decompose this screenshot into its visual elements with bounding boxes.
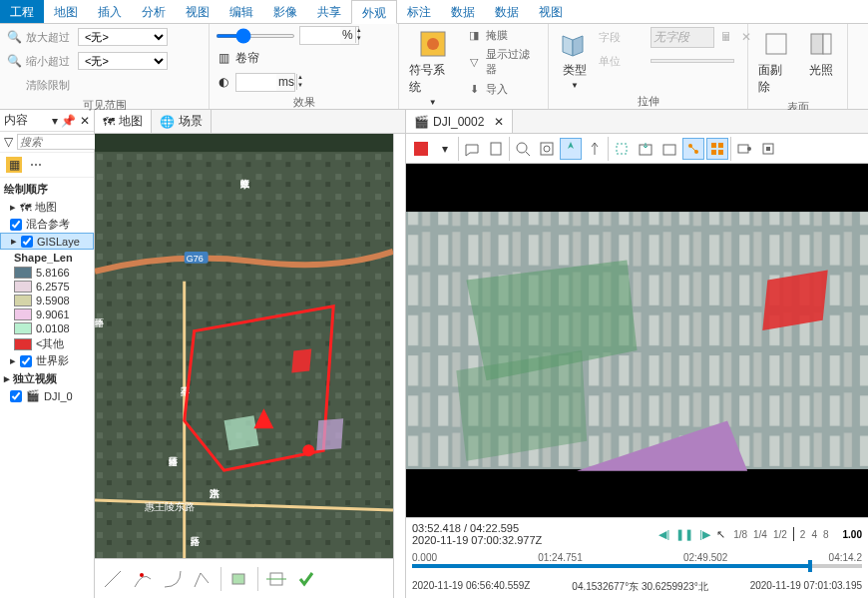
svg-rect-35 [541,143,553,155]
display-filter-button[interactable]: ▽显示过滤器 [464,46,542,78]
svg-marker-23 [224,415,259,450]
transparency-value[interactable]: 32.0 [300,27,340,44]
swipe-icon[interactable]: ▥ [216,50,231,66]
tab-project[interactable]: 工程 [0,0,44,23]
transparency-spin[interactable]: 32.0 % ▲▼ [299,26,359,45]
tab-data2[interactable]: 数据 [485,0,529,23]
map-icon: 🗺 [20,202,31,214]
grid-icon[interactable] [706,138,728,160]
field-label: 字段 [599,30,647,45]
edit-toolbar [95,558,393,598]
arc-tool[interactable] [131,567,155,591]
import-button[interactable]: ⬇导入 [464,80,542,98]
pin-icon[interactable]: ▾ 📌 [52,114,76,128]
color-picker[interactable] [410,138,432,160]
tab-data[interactable]: 数据 [441,0,485,23]
speed-selector[interactable]: 1/81/41/2 248 1.00 [733,527,862,541]
finish-tool[interactable] [294,567,318,591]
contents-pane: 内容 ▾ 📌 ✕ ▽ ▦ ⋯ 绘制顺序 ▸ 🗺 地图 混合参考 ▸ GISLay… [0,110,95,598]
scene-tab[interactable]: 🌐场景 [152,110,212,133]
face-cull-button[interactable]: 面剔除 [754,26,797,98]
rect-tool[interactable] [227,567,251,591]
tab-analysis[interactable]: 分析 [132,0,176,23]
mask-button[interactable]: ◨掩膜 [464,26,542,44]
svg-rect-47 [738,145,748,153]
tab-label[interactable]: 标注 [397,0,441,23]
spin-down[interactable]: ▼ [355,35,362,43]
calc-icon: 🖩 [718,29,734,45]
zoom-in-select[interactable]: <无> [78,28,168,46]
extrusion-type-button[interactable]: 类型 ▼ [555,26,595,92]
ref-layer[interactable]: 混合参考 [0,216,94,233]
trace-tool[interactable] [191,567,215,591]
bookmark-icon[interactable] [485,138,507,160]
field-select: 无字段 [651,27,714,48]
timeline[interactable]: 0.000 01:24.751 02:49.502 04:14.2 [412,550,862,578]
field-label: Shape_Len [14,250,94,266]
tab-imagery[interactable]: 影像 [263,0,307,23]
more-icon[interactable]: ⋯ [28,157,44,173]
map-view[interactable]: G76 惠王陵东路 东洪路 二不路 二环路辅道 二环路路 中环路 东虹晓东虹路 [95,134,394,598]
svg-text:G76: G76 [187,254,204,264]
settings-icon[interactable] [757,138,779,160]
dropdown-icon[interactable]: ▾ [434,138,456,160]
tab-edit[interactable]: 编辑 [219,0,263,23]
step-fwd-icon[interactable]: |▶ [699,528,710,541]
nav-icon[interactable] [560,138,582,160]
video-tab[interactable]: 🎬DJI_0002✕ [406,110,513,133]
flicker-icon[interactable]: ◐ [216,74,231,90]
map-node[interactable]: ▸ 🗺 地图 [0,199,94,216]
svg-point-28 [140,573,144,577]
step-back-icon[interactable]: ◀| [658,528,669,541]
light-icon [805,28,837,60]
legend-row: <其他 [14,335,94,352]
zoom-out-select[interactable]: <无> [78,52,168,70]
line-tool[interactable] [101,567,125,591]
main: 内容 ▾ 📌 ✕ ▽ ▦ ⋯ 绘制顺序 ▸ 🗺 地图 混合参考 ▸ GISLay… [0,110,868,598]
flicker-value[interactable]: 500.0 [236,74,276,91]
video-viewport[interactable] [406,164,868,517]
playback-time: 03:52.418 / 04:22.595 [412,522,542,534]
link-icon[interactable] [682,138,704,160]
record-icon[interactable] [733,138,755,160]
spin-up[interactable]: ▲ [355,27,362,35]
gis-checkbox[interactable] [21,236,33,248]
snap-tool[interactable] [264,567,288,591]
gis-layer[interactable]: ▸ GISLaye [0,233,94,250]
close-tab-icon[interactable]: ✕ [488,115,504,129]
tab-view2[interactable]: 视图 [529,0,573,23]
tab-appearance[interactable]: 外观 [351,0,397,24]
video-item[interactable]: 🎬 DJI_0 [0,388,94,403]
flicker-spin[interactable]: 500.0 ms ▲▼ [235,73,295,92]
symbology-button[interactable]: 符号系统 ▼ [405,26,460,109]
list-by-drawing-icon[interactable]: ▦ [6,157,22,173]
annotation-icon[interactable] [461,138,483,160]
tab-map[interactable]: 地图 [44,0,88,23]
curve-tool[interactable] [161,567,185,591]
video-section: ▸ 独立视频 [0,369,94,388]
export-icon[interactable] [635,138,656,160]
unit-label: 单位 [599,54,647,69]
extent-icon[interactable] [536,138,558,160]
svg-rect-4 [823,34,831,54]
zoom-to-icon[interactable] [512,138,534,160]
transparency-slider[interactable] [216,34,295,38]
tab-view[interactable]: 视图 [176,0,219,23]
tab-share[interactable]: 共享 [307,0,351,23]
timeline-start-ts: 2020-11-19 06:56:40.559Z [412,580,530,594]
tab-insert[interactable]: 插入 [88,0,132,23]
video-pane: 🎬DJI_0002✕ ▾ [406,110,868,598]
frame-icon[interactable] [658,138,680,160]
legend-row: 0.0108 [14,321,94,335]
ref-checkbox[interactable] [10,219,22,231]
map-tab[interactable]: 🗺地图 [95,110,152,133]
north-icon[interactable] [584,138,606,160]
close-icon[interactable]: ✕ [76,114,90,128]
lighting-button[interactable]: 光照 [801,26,841,81]
pause-icon[interactable]: ❚❚ [675,528,693,541]
filter-icon[interactable]: ▽ [4,134,13,150]
select-icon[interactable] [611,138,633,160]
video-tab-icon: 🎬 [414,115,429,129]
world-imagery[interactable]: ▸ 世界影 [0,352,94,369]
clear-limit[interactable]: 清除限制 [26,78,74,93]
